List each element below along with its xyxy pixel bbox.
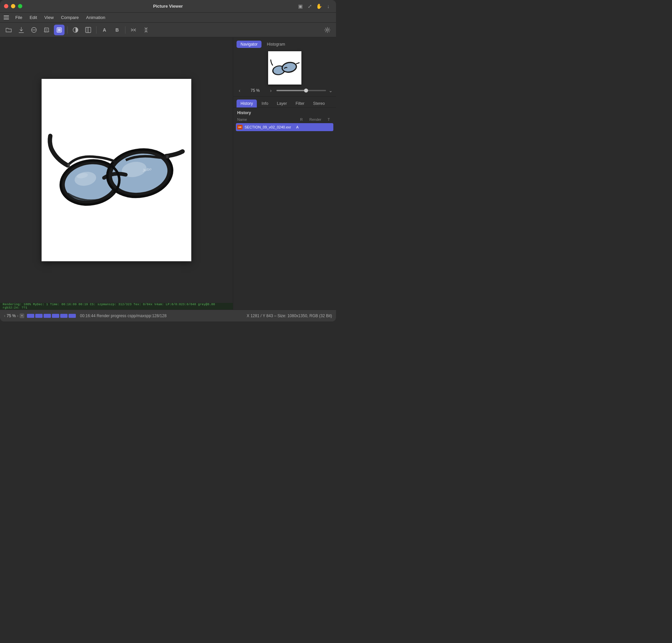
window-title: Picture Viewer bbox=[153, 4, 183, 9]
external-link-icon[interactable]: ⤢ bbox=[306, 3, 313, 10]
zoom-controls: ‹ 75 % › ⌄ bbox=[236, 88, 333, 93]
tab-stereo[interactable]: Stereo bbox=[309, 99, 329, 108]
hamburger-menu[interactable] bbox=[3, 14, 10, 21]
contrast-button[interactable] bbox=[70, 25, 81, 35]
label-a-button[interactable]: A bbox=[99, 25, 110, 35]
separator-2 bbox=[96, 26, 97, 34]
fullscreen-button[interactable] bbox=[18, 4, 22, 8]
right-panel: Navigator Histogram bbox=[233, 37, 336, 310]
history-item-r: A bbox=[293, 125, 302, 129]
image-area: Julbo Rendering: 100% MyDec: 1 Time: 00 bbox=[0, 37, 233, 310]
hand-tool-icon[interactable]: ✋ bbox=[315, 3, 323, 10]
menu-file[interactable]: File bbox=[12, 14, 26, 21]
history-item[interactable]: EXR SECTION_09_v02_0240.exr A bbox=[236, 123, 333, 131]
layers-button[interactable] bbox=[54, 25, 64, 35]
label-b-button[interactable]: B bbox=[112, 25, 122, 35]
svg-rect-23 bbox=[166, 155, 168, 158]
sunglasses-image: Julbo bbox=[47, 110, 186, 230]
svg-point-26 bbox=[68, 164, 70, 166]
open-folder-button[interactable] bbox=[3, 25, 14, 35]
image-canvas[interactable]: Julbo bbox=[0, 37, 233, 303]
split-button[interactable] bbox=[83, 25, 94, 35]
zoom-expand-button[interactable]: ⌄ bbox=[329, 88, 333, 93]
tab-history[interactable]: History bbox=[236, 99, 257, 108]
image-status-bar: Rendering: 100% MyDec: 1 Time: 00:16:09 … bbox=[0, 303, 233, 310]
status-zoom-decrease[interactable]: ‹ bbox=[4, 314, 5, 318]
svg-rect-11 bbox=[85, 27, 88, 33]
zoom-decrease[interactable]: ‹ bbox=[236, 88, 243, 93]
status-progress-bars bbox=[27, 314, 76, 318]
panel-tabs: History Info Layer Filter Stereo bbox=[233, 97, 336, 108]
history-panel: History Name R Render T EXR SECTION_09_v… bbox=[233, 108, 336, 310]
titlebar: Picture Viewer ▣ ⤢ ✋ ↓ bbox=[0, 0, 336, 13]
zoom-slider[interactable] bbox=[277, 90, 326, 91]
status-coords: X 1281 / Y 843 – Size: 1080x1350, RGB (3… bbox=[247, 314, 332, 318]
navigator-preview bbox=[270, 53, 300, 83]
col-t-header: T bbox=[325, 118, 332, 121]
main-area: Julbo Rendering: 100% MyDec: 1 Time: 00 bbox=[0, 37, 336, 310]
traffic-lights bbox=[4, 4, 22, 8]
zoom-display: 75 % bbox=[245, 88, 265, 93]
exr-icon: EXR bbox=[237, 125, 243, 130]
history-list: EXR SECTION_09_v02_0240.exr A bbox=[233, 122, 336, 310]
status-zoom-increase[interactable]: › bbox=[17, 314, 18, 318]
window: Picture Viewer ▣ ⤢ ✋ ↓ File Edit View Co… bbox=[0, 0, 336, 322]
svg-point-12 bbox=[326, 29, 328, 31]
image-frame: Julbo bbox=[41, 79, 191, 261]
progress-bar-3 bbox=[44, 314, 51, 318]
progress-bar-5 bbox=[60, 314, 68, 318]
status-bar: ‹ 75 % › ▾ 00:16:44 Render progress cspp… bbox=[0, 310, 336, 322]
menu-edit[interactable]: Edit bbox=[26, 14, 40, 21]
progress-bar-4 bbox=[52, 314, 59, 318]
history-title: History bbox=[233, 108, 336, 117]
status-render-time: 00:16:44 Render progress cspp/maxspp:128… bbox=[80, 314, 166, 318]
download-button[interactable] bbox=[16, 25, 27, 35]
toolbar: A B bbox=[0, 23, 336, 37]
tab-layer[interactable]: Layer bbox=[273, 99, 291, 108]
zoom-slider-fill bbox=[277, 90, 306, 91]
status-zoom-value: 75 % bbox=[7, 314, 16, 318]
close-button[interactable] bbox=[4, 4, 8, 8]
navigator-tabs: Navigator Histogram bbox=[236, 40, 333, 48]
flip-h-button[interactable] bbox=[128, 25, 139, 35]
menu-view[interactable]: View bbox=[41, 14, 57, 21]
history-item-name: SECTION_09_v02_0240.exr bbox=[245, 125, 291, 129]
separator-1 bbox=[67, 26, 68, 34]
col-r-header: R bbox=[297, 118, 305, 121]
history-item-icon: EXR bbox=[237, 124, 243, 130]
flip-v-button[interactable] bbox=[141, 25, 151, 35]
minimize-button[interactable] bbox=[11, 4, 15, 8]
col-render-header: Render bbox=[305, 118, 325, 121]
no-entry-button[interactable] bbox=[28, 25, 39, 35]
settings-button[interactable] bbox=[322, 25, 333, 35]
progress-bar-1 bbox=[27, 314, 34, 318]
zoom-slider-thumb[interactable] bbox=[304, 88, 308, 93]
tab-histogram[interactable]: Histogram bbox=[263, 40, 289, 48]
panel-toggle-icon[interactable]: ▣ bbox=[297, 3, 304, 10]
navigator-thumbnail bbox=[268, 51, 302, 85]
tab-navigator[interactable]: Navigator bbox=[236, 40, 261, 48]
history-table-header: Name R Render T bbox=[233, 117, 336, 122]
zoom-increase[interactable]: › bbox=[268, 88, 274, 93]
crop-button[interactable] bbox=[41, 25, 52, 35]
svg-rect-7 bbox=[58, 29, 61, 31]
status-zoom-dropdown[interactable]: ▾ bbox=[20, 314, 24, 318]
navigator-section: Navigator Histogram bbox=[233, 37, 336, 97]
arrow-down-icon[interactable]: ↓ bbox=[325, 3, 332, 10]
tab-filter[interactable]: Filter bbox=[291, 99, 308, 108]
progress-bar-6 bbox=[69, 314, 76, 318]
titlebar-actions: ▣ ⤢ ✋ ↓ bbox=[297, 3, 332, 10]
tab-info[interactable]: Info bbox=[257, 99, 272, 108]
menubar: File Edit View Compare Animation bbox=[0, 13, 336, 23]
svg-rect-3 bbox=[46, 29, 48, 31]
menu-compare[interactable]: Compare bbox=[58, 14, 82, 21]
separator-3 bbox=[125, 26, 125, 34]
col-name-header: Name bbox=[237, 118, 297, 121]
progress-bar-2 bbox=[35, 314, 42, 318]
menu-animation[interactable]: Animation bbox=[83, 14, 109, 21]
status-zoom: ‹ 75 % › ▾ bbox=[4, 314, 24, 318]
